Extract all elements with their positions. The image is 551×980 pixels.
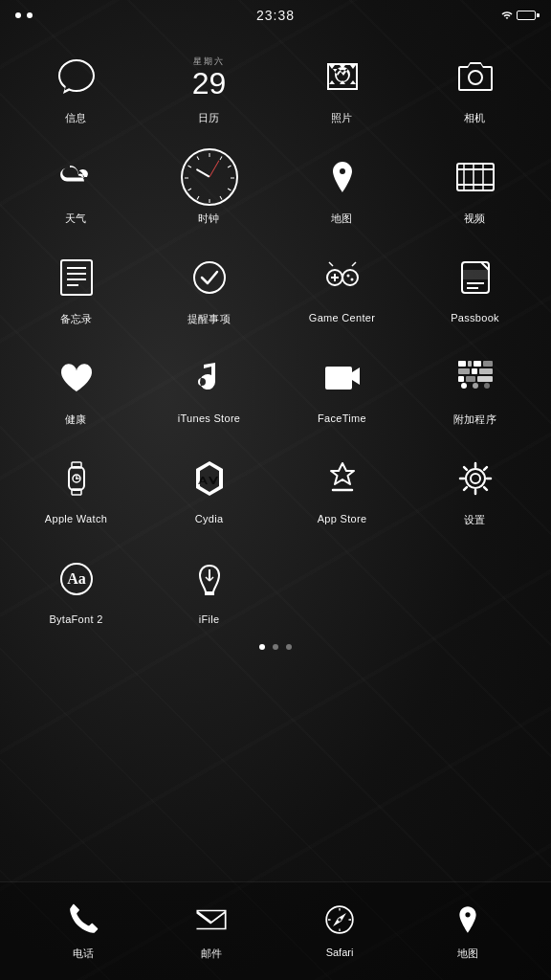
notes-icon: [48, 249, 105, 306]
app-bytafont[interactable]: Aa BytaFont 2: [10, 539, 143, 636]
settings-label: 设置: [464, 513, 486, 527]
app-calendar[interactable]: 星期六 29 日历: [143, 36, 276, 137]
svg-point-11: [194, 262, 225, 293]
svg-point-16: [346, 275, 349, 278]
photos-label: 照片: [331, 111, 353, 125]
calendar-label: 日历: [198, 111, 220, 125]
appstore-icon: [314, 450, 371, 507]
battery-icon: [517, 11, 536, 20]
app-appstore[interactable]: App Store: [276, 438, 408, 539]
messages-label: 信息: [65, 111, 87, 125]
cydia-label: Cydia: [195, 513, 224, 524]
svg-point-17: [350, 278, 353, 281]
dock-mail[interactable]: 邮件: [188, 897, 234, 961]
svg-rect-24: [474, 361, 481, 367]
app-settings[interactable]: 设置: [408, 438, 541, 539]
extras-label: 附加程序: [453, 412, 496, 427]
signal-dot-2: [27, 12, 33, 18]
applewatch-label: Apple Watch: [45, 513, 107, 524]
videos-label: 视频: [464, 212, 486, 226]
dock: 电话 邮件 Safari 地图: [0, 881, 551, 980]
app-videos[interactable]: 视频: [408, 137, 541, 237]
clock-hour-hand: [195, 168, 209, 177]
maps-icon: [314, 148, 371, 206]
app-itunes[interactable]: iTunes Store: [143, 338, 276, 438]
health-label: 健康: [65, 412, 87, 427]
app-cydia[interactable]: Cydia: [143, 438, 276, 539]
app-health[interactable]: 健康: [10, 338, 143, 438]
dock-phone[interactable]: 电话: [60, 897, 106, 961]
svg-point-32: [461, 383, 467, 389]
appstore-label: App Store: [318, 513, 367, 524]
reminders-icon: [181, 249, 238, 306]
gamecenter-label: Game Center: [309, 312, 375, 323]
app-messages[interactable]: 信息: [10, 36, 143, 137]
svg-text:Aa: Aa: [67, 570, 86, 587]
page-dot-2[interactable]: [273, 644, 278, 650]
calendar-icon: 星期六 29: [181, 48, 238, 105]
status-bar: 23:38: [0, 0, 551, 27]
svg-point-53: [338, 918, 341, 921]
calendar-day: 29: [192, 68, 227, 99]
svg-point-43: [471, 474, 480, 483]
gamecenter-icon: [314, 249, 371, 306]
wifi-icon: [501, 10, 513, 21]
app-weather[interactable]: 天气: [10, 137, 143, 237]
mail-dock-icon: [188, 897, 234, 943]
messages-icon: [48, 48, 105, 105]
phone-dock-label: 电话: [73, 947, 94, 961]
signal-dot-1: [15, 12, 21, 18]
app-notes[interactable]: 备忘录: [10, 237, 143, 338]
app-passbook[interactable]: Passbook: [408, 237, 541, 338]
reminders-label: 提醒事项: [187, 312, 231, 326]
svg-rect-22: [458, 361, 466, 367]
facetime-icon: [314, 349, 371, 407]
app-camera[interactable]: 相机: [408, 36, 541, 137]
weather-label: 天气: [65, 212, 87, 226]
app-reminders[interactable]: 提醒事项: [143, 237, 276, 338]
mail-dock-label: 邮件: [201, 947, 222, 961]
svg-point-13: [342, 270, 358, 285]
passbook-label: Passbook: [451, 312, 499, 323]
app-ifile[interactable]: iFile: [143, 539, 276, 636]
notes-label: 备忘录: [60, 312, 93, 326]
svg-point-34: [484, 383, 490, 389]
applewatch-icon: [48, 450, 105, 507]
settings-icon: [447, 450, 504, 507]
svg-rect-30: [466, 376, 475, 382]
dock-maps[interactable]: 地图: [445, 897, 491, 961]
svg-rect-27: [472, 368, 477, 374]
camera-icon: [447, 48, 504, 105]
passbook-icon: [447, 249, 504, 306]
safari-dock-icon: [317, 897, 363, 943]
svg-rect-31: [477, 376, 493, 382]
app-photos[interactable]: 照片: [276, 36, 408, 137]
page-dot-1[interactable]: [259, 644, 265, 650]
safari-dock-label: Safari: [326, 947, 354, 958]
ifile-icon: [181, 550, 238, 608]
page-dot-3[interactable]: [286, 644, 292, 650]
svg-rect-28: [479, 368, 493, 374]
app-gamecenter[interactable]: Game Center: [276, 237, 408, 338]
clock-minute-hand: [209, 160, 219, 177]
svg-rect-0: [457, 164, 494, 190]
app-facetime[interactable]: FaceTime: [276, 338, 408, 438]
videos-icon: [447, 148, 504, 206]
facetime-label: FaceTime: [318, 412, 366, 424]
app-extras[interactable]: 附加程序: [408, 338, 541, 438]
dock-safari[interactable]: Safari: [317, 897, 363, 961]
itunes-icon: [181, 349, 238, 407]
status-time: 23:38: [256, 8, 295, 23]
health-icon: [48, 349, 105, 407]
clock-icon-container: [181, 148, 238, 206]
app-clock[interactable]: 时钟: [143, 137, 276, 237]
page-dots: [0, 636, 551, 657]
svg-rect-25: [483, 361, 493, 367]
extras-icon: [447, 349, 504, 407]
weather-icon: [48, 148, 105, 206]
clock-label: 时钟: [198, 212, 220, 226]
app-maps[interactable]: 地图: [276, 137, 408, 237]
app-grid: 信息 星期六 29 日历 照片 相机 天气: [0, 27, 551, 636]
svg-rect-23: [468, 361, 472, 367]
app-applewatch[interactable]: Apple Watch: [10, 438, 143, 539]
